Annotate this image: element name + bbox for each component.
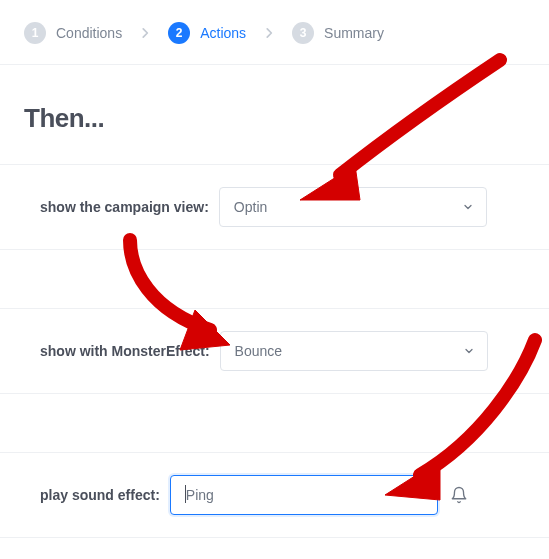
field-label: play sound effect: <box>40 487 160 503</box>
caret-down-icon <box>463 345 475 357</box>
campaign-view-select[interactable]: Optin <box>219 187 487 227</box>
step-label: Actions <box>200 25 246 41</box>
monster-effect-select[interactable]: Bounce <box>220 331 488 371</box>
step-actions[interactable]: 2 Actions <box>168 22 246 44</box>
step-number: 2 <box>168 22 190 44</box>
stepper: 1 Conditions 2 Actions 3 Summary <box>0 0 549 65</box>
select-value: Bounce <box>235 343 282 359</box>
chevron-right-icon <box>138 26 152 40</box>
row-sound-effect: play sound effect: Ping <box>0 452 549 538</box>
text-cursor <box>185 485 186 503</box>
select-value: Ping <box>186 487 214 503</box>
caret-down-icon <box>413 489 425 501</box>
step-number: 1 <box>24 22 46 44</box>
sound-effect-select[interactable]: Ping <box>170 475 438 515</box>
row-monster-effect: show with MonsterEffect: Bounce <box>0 308 549 394</box>
preview-sound-button[interactable] <box>448 484 470 506</box>
chevron-right-icon <box>262 26 276 40</box>
step-summary[interactable]: 3 Summary <box>292 22 384 44</box>
step-label: Conditions <box>56 25 122 41</box>
page-title: Then... <box>0 65 549 164</box>
caret-down-icon <box>462 201 474 213</box>
field-label: show with MonsterEffect: <box>40 343 210 359</box>
field-label: show the campaign view: <box>40 199 209 215</box>
step-conditions[interactable]: 1 Conditions <box>24 22 122 44</box>
step-label: Summary <box>324 25 384 41</box>
row-campaign-view: show the campaign view: Optin <box>0 164 549 250</box>
select-value: Optin <box>234 199 267 215</box>
bell-icon <box>450 486 468 504</box>
step-number: 3 <box>292 22 314 44</box>
